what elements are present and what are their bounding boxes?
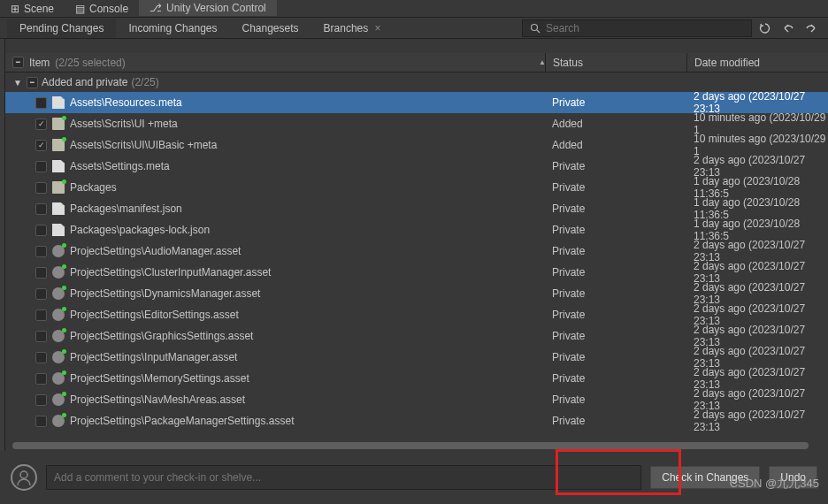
gear-icon [52,393,65,406]
branch-icon: ⎇ [150,2,162,14]
search-box[interactable] [522,19,752,37]
file-name: ProjectSettings\PackageManagerSettings.a… [70,415,294,427]
grid-icon: ⊞ [11,3,19,15]
row-checkbox[interactable] [35,225,47,236]
svg-point-0 [532,24,538,30]
selection-count: (2/25 selected) [55,57,125,69]
tab-label: Console [89,3,128,15]
row-checkbox[interactable] [35,97,47,109]
row-checkbox[interactable] [35,161,47,172]
console-icon: ▤ [75,3,85,15]
file-date: 2 days ago (2023/10/27 23:13 [686,347,828,368]
tab-uvc[interactable]: ⎇ Unity Version Control [139,0,277,17]
search-icon [530,23,540,34]
file-icon [52,202,65,215]
close-icon[interactable]: × [375,22,381,34]
file-row[interactable]: Assets\Resources.metaPrivate2 days ago (… [5,92,828,113]
tab-scene[interactable]: ⊞ Scene [0,0,65,17]
file-row[interactable]: Assets\Scrits\UI +metaAdded10 minutes ag… [5,113,828,134]
row-checkbox[interactable] [35,118,47,130]
file-date: 2 days ago (2023/10/27 23:13 [686,325,828,347]
row-checkbox[interactable] [35,373,47,385]
scrollbar-thumb[interactable] [12,442,809,449]
column-status-label: Status [553,57,583,69]
file-row[interactable]: ProjectSettings\GraphicsSettings.assetPr… [5,325,828,347]
file-name: Packages\manifest.json [70,202,182,215]
sort-arrow-icon: ▲ [539,58,546,66]
file-row[interactable]: ProjectSettings\EditorSettings.assetPriv… [5,304,828,325]
file-status: Private [545,368,686,389]
gear-icon [52,351,65,363]
file-date: 10 minutes ago (2023/10/29 1 [686,113,828,134]
file-name: Assets\Scrits\UI +meta [70,118,178,130]
file-row[interactable]: ProjectSettings\InputManager.assetPrivat… [5,347,828,368]
checkin-button[interactable]: Check in Changes [650,466,760,489]
column-item-label: Item [29,57,50,69]
tab-console[interactable]: ▤ Console [65,0,139,17]
tab-incoming-changes[interactable]: Incoming Changes [116,19,229,38]
file-row[interactable]: Assets\Settings.metaPrivate2 days ago (2… [5,156,828,177]
row-checkbox[interactable] [35,182,47,194]
file-row[interactable]: Packages\packages-lock.jsonPrivate1 day … [5,219,828,241]
row-checkbox[interactable] [35,331,47,342]
file-row[interactable]: ProjectSettings\AudioManager.assetPrivat… [5,241,828,262]
refresh-button[interactable] [755,19,775,38]
file-name: ProjectSettings\DynamicsManager.asset [70,287,260,300]
file-date: 2 days ago (2023/10/27 23:13 [686,304,828,325]
column-status[interactable]: ▲ Status [545,53,686,72]
row-checkbox[interactable] [35,309,47,321]
row-checkbox[interactable] [35,352,47,363]
file-date: 2 days ago (2023/10/27 23:13 [686,241,828,262]
file-name: ProjectSettings\NavMeshAreas.asset [70,393,245,406]
row-checkbox[interactable] [35,246,47,257]
file-row[interactable]: PackagesPrivate1 day ago (2023/10/28 11:… [5,177,828,198]
tab-label: Scene [24,3,54,15]
folder-icon [52,118,65,130]
file-row[interactable]: ProjectSettings\ClusterInputManager.asse… [5,262,828,283]
row-checkbox[interactable] [35,203,47,215]
tab-pending-changes[interactable]: Pending Changes [7,19,116,38]
gear-icon [52,372,65,385]
horizontal-scrollbar[interactable] [5,440,828,451]
file-row[interactable]: ProjectSettings\MemorySettings.assetPriv… [5,368,828,389]
gear-icon [52,309,65,321]
file-status: Private [545,262,686,283]
file-row[interactable]: Assets\Scrits\UI\UIBasic +metaAdded10 mi… [5,134,828,156]
tab-changesets[interactable]: Changesets [229,19,310,38]
group-label: Added and private [42,76,127,88]
file-status: Private [545,325,686,347]
undo-button[interactable] [778,19,798,38]
file-name: Packages\packages-lock.json [70,224,210,236]
file-date: 1 day ago (2023/10/28 11:36:5 [686,177,828,198]
file-status: Added [545,113,686,134]
file-status: Private [545,241,686,262]
file-row[interactable]: ProjectSettings\NavMeshAreas.assetPrivat… [5,389,828,410]
group-row[interactable]: ▼ Added and private (2/25) [5,73,828,92]
file-list: Assets\Resources.metaPrivate2 days ago (… [5,92,828,440]
comment-input[interactable] [46,465,641,490]
row-checkbox[interactable] [35,288,47,300]
file-row[interactable]: ProjectSettings\PackageManagerSettings.a… [5,410,828,431]
tab-branches[interactable]: Branches × [311,19,394,38]
file-name: ProjectSettings\InputManager.asset [70,351,237,363]
row-checkbox[interactable] [35,140,47,151]
file-status: Private [545,198,686,219]
row-checkbox[interactable] [35,394,47,406]
file-name: Assets\Scrits\UI\UIBasic +meta [70,139,217,151]
group-checkbox[interactable] [27,77,38,88]
redo-button[interactable] [801,19,821,38]
column-date[interactable]: Date modified [686,53,828,72]
row-checkbox[interactable] [35,267,47,279]
file-date: 2 days ago (2023/10/27 23:13 [686,92,828,113]
file-icon [52,96,65,109]
row-checkbox[interactable] [35,416,47,427]
tab-label: Branches [324,22,369,34]
file-row[interactable]: Packages\manifest.jsonPrivate1 day ago (… [5,198,828,219]
expand-icon[interactable]: ▼ [12,78,23,88]
select-all-checkbox[interactable] [12,57,24,68]
file-name: Assets\Settings.meta [70,160,170,172]
search-input[interactable] [546,22,744,34]
undo-changes-button[interactable]: Undo [769,466,817,489]
file-status: Private [545,92,686,113]
file-row[interactable]: ProjectSettings\DynamicsManager.assetPri… [5,283,828,304]
